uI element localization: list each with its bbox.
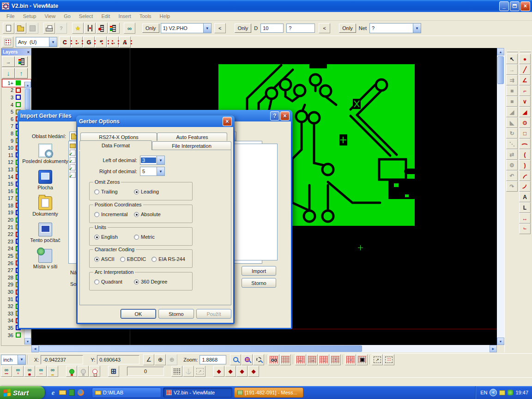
- zoom-value-input[interactable]: 1.8868: [200, 355, 226, 364]
- task-messenger[interactable]: [191-482-091] - Mess...: [234, 387, 303, 398]
- view-pads-button[interactable]: ∞▄: [24, 366, 35, 377]
- scroll-right-icon[interactable]: ►: [490, 345, 497, 352]
- dropdown-arrow-icon[interactable]: ▼: [413, 24, 421, 33]
- dcode-list-button[interactable]: oo: [268, 354, 279, 365]
- select-c-button[interactable]: C: [59, 36, 71, 48]
- icq-tray-icon[interactable]: [508, 390, 513, 395]
- gerber-file-icon[interactable]: [70, 150, 76, 156]
- layers-scroll-down-icon[interactable]: ▼: [24, 338, 31, 345]
- layers-scroll-up-icon[interactable]: ▲: [24, 82, 31, 88]
- next-layer-button[interactable]: →: [2, 56, 15, 67]
- draw-line-tool[interactable]: ╱: [519, 64, 531, 75]
- restore-button[interactable]: [510, 1, 520, 11]
- grid-copy-button[interactable]: ▣: [357, 354, 368, 365]
- draw-polyline-tool[interactable]: ∠: [519, 75, 531, 85]
- import-button[interactable]: Import: [242, 266, 276, 276]
- menu-help[interactable]: Help: [156, 12, 174, 20]
- pan-down-button[interactable]: ↓: [318, 354, 329, 365]
- highlight-off-button[interactable]: [78, 366, 89, 377]
- dot-grid-button[interactable]: [171, 366, 182, 377]
- dcode-input[interactable]: 10: [260, 24, 284, 33]
- move-group-tool[interactable]: ⇉: [506, 75, 518, 85]
- only-dcode-label[interactable]: Only: [235, 24, 252, 33]
- flash-find-button[interactable]: ★: [72, 23, 84, 34]
- measure-tools-button[interactable]: [84, 23, 96, 34]
- any-filter-combo[interactable]: Any (U) ▼: [16, 37, 57, 47]
- anchor-button[interactable]: ⚓: [183, 366, 194, 377]
- menu-go[interactable]: Go: [60, 12, 74, 20]
- mirror-tool[interactable]: ◢: [506, 107, 518, 117]
- draw-circle-tool[interactable]: ⊙: [519, 117, 531, 128]
- radio-english[interactable]: English: [94, 234, 134, 240]
- new-file-button[interactable]: [3, 23, 14, 34]
- tab-file-interpretation[interactable]: File Interpretation: [152, 141, 231, 150]
- place-network-places[interactable]: Místa v síti: [22, 249, 68, 269]
- place-documents[interactable]: Dokumenty: [22, 196, 68, 217]
- window-tile-button[interactable]: ⊞: [108, 366, 119, 377]
- radio-trailing[interactable]: Trailing: [94, 189, 134, 194]
- only-layer-label[interactable]: Only: [142, 24, 159, 33]
- close-button[interactable]: ×: [520, 1, 530, 11]
- scroll-left-icon[interactable]: ◄: [31, 345, 39, 352]
- draw-rect-tool[interactable]: □: [519, 128, 531, 139]
- tray-chevron-icon[interactable]: <: [490, 389, 497, 396]
- menu-tools[interactable]: Tools: [136, 12, 155, 20]
- place-recent-documents[interactable]: Poslední dokumenty: [22, 144, 68, 164]
- radio-absolute[interactable]: Absolute: [134, 212, 174, 217]
- left-of-decimal-combo[interactable]: 3 ▼: [140, 156, 165, 165]
- menu-edit[interactable]: Edit: [97, 12, 114, 20]
- gerber-close-button[interactable]: ×: [223, 117, 232, 126]
- view-layers-button[interactable]: ∞▂: [47, 366, 58, 377]
- rotate-tool[interactable]: ↻: [506, 128, 518, 139]
- dialog-close-button[interactable]: ×: [280, 111, 290, 121]
- stretch-select-button[interactable]: ↗: [372, 354, 383, 365]
- right-of-decimal-combo[interactable]: 5 ▼: [140, 167, 165, 176]
- dcode-film-button[interactable]: [96, 23, 108, 34]
- radio-metric[interactable]: Metric: [134, 234, 174, 240]
- zoom-window-button[interactable]: [253, 354, 264, 365]
- toolbar-grip[interactable]: [520, 51, 531, 52]
- print-button[interactable]: [43, 23, 55, 34]
- language-indicator[interactable]: EN: [480, 390, 487, 395]
- aperture-1-button[interactable]: ◆: [213, 366, 224, 377]
- open-file-button[interactable]: [15, 23, 26, 34]
- toolbar-grip[interactable]: [507, 51, 518, 52]
- minimize-button[interactable]: _: [499, 1, 509, 11]
- apply-button[interactable]: Použít: [196, 309, 231, 319]
- radio-eia-rs-244[interactable]: EIA RS-244: [151, 256, 185, 262]
- points-select-button[interactable]: ∷: [383, 354, 394, 365]
- settings-tool[interactable]: ⚙: [506, 160, 518, 170]
- dropdown-arrow-icon[interactable]: ▼: [157, 156, 164, 164]
- highlight-outline-button[interactable]: [89, 366, 100, 377]
- draw-triangle-tool[interactable]: ◢: [519, 107, 531, 117]
- layer-table-button[interactable]: [15, 56, 28, 67]
- pan-left-button[interactable]: ←: [295, 354, 306, 365]
- dialog-help-button[interactable]: ?: [270, 111, 279, 121]
- book-icon[interactable]: [67, 388, 76, 397]
- import-cancel-button[interactable]: Storno: [242, 278, 276, 288]
- goto-arrow-button[interactable]: →: [71, 36, 83, 48]
- radio-360-degree[interactable]: 360 Degree: [134, 279, 174, 284]
- place-desktop[interactable]: Plocha: [22, 170, 68, 190]
- layers-scroll-thumb[interactable]: [25, 89, 30, 110]
- block-fill-tool[interactable]: ■: [506, 85, 518, 96]
- firefox-icon[interactable]: [77, 388, 85, 397]
- swap-tool[interactable]: ⇄: [506, 149, 518, 160]
- draw-dimension-tool[interactable]: ↔: [519, 213, 531, 224]
- prev-layer-button[interactable]: <: [214, 23, 226, 33]
- vscroll-thumb[interactable]: [497, 56, 504, 84]
- layer-select-combo[interactable]: 1) V2.PHO ▼: [161, 23, 212, 33]
- save-button[interactable]: [27, 23, 38, 34]
- gerber-file-icon[interactable]: [70, 157, 76, 163]
- gerber-file-icon[interactable]: [70, 164, 76, 170]
- aperture-2-button[interactable]: ◆: [225, 366, 236, 377]
- hscroll-thumb[interactable]: [39, 345, 362, 352]
- tab-auto-features[interactable]: Auto Features: [157, 133, 227, 141]
- relative-target-button[interactable]: ⊕: [166, 354, 177, 365]
- draw-arc-cw-tool[interactable]: ): [519, 160, 531, 170]
- draw-arc-seg-tool[interactable]: ): [519, 181, 531, 192]
- context-help-button[interactable]: ?: [55, 23, 67, 34]
- aperture-4-button[interactable]: ◆: [248, 366, 259, 377]
- grid-small-button[interactable]: ▫: [345, 354, 356, 365]
- flip-tool[interactable]: ◣: [506, 117, 518, 128]
